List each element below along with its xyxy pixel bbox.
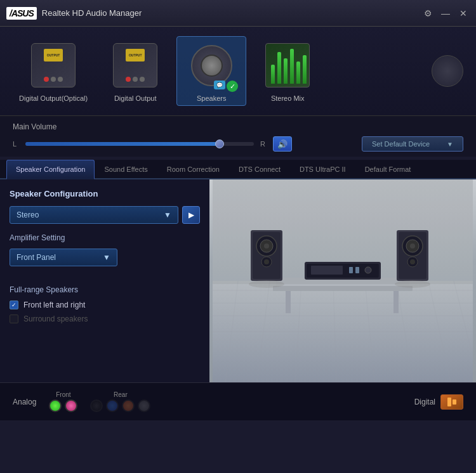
volume-row: L R 🔊 Set Default Device ▼ — [13, 136, 463, 152]
btn-dot-5 — [133, 77, 138, 82]
front-label: Front — [56, 391, 70, 398]
eq-bar-6 — [303, 55, 307, 84]
device-icon-digital-optical: OUTPUT — [28, 40, 79, 91]
rear-jacks-row — [90, 399, 150, 412]
checkbox-surround-row: Surround speakers — [10, 314, 200, 323]
mute-icon: 🔊 — [277, 139, 288, 149]
fullrange-title: Full-range Speakers — [10, 285, 200, 294]
tab-speaker-configuration[interactable]: Speaker Configuration — [6, 160, 95, 179]
jack-rear-blue[interactable] — [106, 399, 119, 412]
set-default-device-button[interactable]: Set Default Device ▼ — [362, 136, 463, 152]
default-device-dropdown-arrow: ▼ — [447, 141, 453, 148]
asus-logo: /ASUS — [6, 7, 37, 20]
tab-room-correction[interactable]: Room Correction — [157, 160, 229, 178]
checkbox-front-lr-label: Front left and right — [23, 301, 85, 309]
jack-rear-gray[interactable] — [138, 399, 150, 412]
tape-icon-optical: OUTPUT — [31, 43, 76, 87]
speaker-config-select-row: Stereo ▼ ▶ — [10, 206, 200, 224]
eq-bar-2 — [277, 52, 281, 84]
amp-select[interactable]: Front Panel ▼ — [10, 249, 117, 266]
device-stereo-mix[interactable]: Stereo Mix — [253, 37, 322, 105]
left-panel: Speaker Configuration Stereo ▼ ▶ Amplifi… — [0, 179, 209, 382]
speaker-icon — [191, 45, 232, 86]
device-speakers[interactable]: 💬 ✓ Speakers — [176, 36, 246, 106]
tape-screen-2: OUTPUT — [126, 49, 145, 62]
tab-dts-connect[interactable]: DTS Connect — [229, 160, 290, 178]
extra-device-slot — [432, 55, 463, 87]
eq-bar-1 — [271, 65, 275, 84]
jack-front-pink[interactable] — [65, 399, 77, 412]
app-title: Realtek HD Audio Manager — [42, 8, 142, 18]
eq-bar-5 — [296, 62, 300, 84]
btn-dot-3 — [58, 77, 63, 82]
checkbox-surround[interactable] — [10, 314, 18, 323]
digital-section: Digital — [414, 394, 463, 410]
jack-front-green[interactable] — [49, 399, 62, 412]
stereo-mix-icon — [265, 43, 310, 87]
rear-label: Rear — [114, 391, 128, 398]
tape-buttons-2 — [126, 77, 145, 82]
volume-slider-fill — [25, 142, 220, 146]
speaker-config-select[interactable]: Stereo ▼ — [10, 206, 178, 224]
vol-left-label: L — [13, 140, 19, 148]
speaker-config-section-title: Speaker Configuration — [10, 189, 200, 198]
svg-rect-17 — [286, 291, 291, 313]
device-label-optical: Digital Output(Optical) — [19, 94, 88, 102]
minimize-button[interactable]: — — [439, 7, 452, 20]
tab-default-format[interactable]: Default Format — [355, 160, 421, 178]
volume-section: Main Volume L R 🔊 Set Default Device ▼ — [0, 116, 476, 157]
front-connectors: Front — [49, 391, 77, 412]
jack-rear-black[interactable] — [90, 399, 103, 412]
tape-buttons — [44, 77, 63, 82]
device-label-digital: Digital Output — [114, 94, 157, 102]
dig-dot-1 — [447, 398, 451, 406]
jack-rear-orange[interactable] — [122, 399, 135, 412]
checkbox-surround-label: Surround speakers — [23, 314, 88, 323]
device-icon-speakers: 💬 ✓ — [186, 40, 237, 91]
dig-dot-2 — [453, 399, 456, 405]
tab-content: Speaker Configuration Stereo ▼ ▶ Amplifi… — [0, 179, 476, 382]
rear-connectors: Rear — [90, 391, 150, 412]
speaker-grill — [201, 55, 223, 77]
default-device-label: Set Default Device — [372, 140, 430, 148]
close-button[interactable]: ✕ — [457, 7, 470, 20]
analog-label: Analog — [13, 398, 36, 406]
svg-rect-41 — [213, 179, 473, 284]
volume-slider-thumb[interactable] — [215, 139, 224, 148]
svg-rect-16 — [273, 286, 413, 291]
checkbox-check-icon: ✓ — [11, 302, 17, 308]
title-logo-area: /ASUS Realtek HD Audio Manager — [6, 7, 421, 20]
btn-dot-6 — [140, 77, 145, 82]
tape-icon-digital: OUTPUT — [113, 43, 157, 87]
btn-dot-2 — [51, 77, 56, 82]
play-icon: ▶ — [188, 211, 194, 219]
tab-sound-effects[interactable]: Sound Effects — [95, 160, 157, 178]
device-digital-optical[interactable]: OUTPUT Digital Output(Optical) — [13, 37, 94, 105]
speaker-config-arrow: ▼ — [164, 211, 171, 219]
btn-dot-1 — [44, 77, 49, 82]
device-icon-digital-output: OUTPUT — [110, 40, 161, 91]
window-controls: ⚙ — ✕ — [421, 7, 470, 20]
check-badge: ✓ — [227, 81, 238, 92]
title-bar: /ASUS Realtek HD Audio Manager ⚙ — ✕ — [0, 0, 476, 27]
device-digital-output[interactable]: OUTPUT Digital Output — [100, 37, 170, 105]
settings-button[interactable]: ⚙ — [421, 7, 434, 20]
digital-label: Digital — [414, 398, 435, 406]
amp-select-value: Front Panel — [17, 253, 56, 262]
speaker-3d-svg — [209, 179, 476, 382]
volume-slider-track[interactable] — [25, 142, 254, 146]
btn-dot-4 — [126, 77, 131, 82]
device-icon-stereo-mix — [262, 40, 313, 91]
device-label-speakers: Speakers — [197, 94, 226, 102]
volume-label: Main Volume — [13, 122, 463, 131]
amp-select-arrow: ▼ — [103, 253, 110, 262]
play-test-button[interactable]: ▶ — [182, 206, 200, 224]
tape-screen: OUTPUT — [44, 49, 63, 62]
mute-button[interactable]: 🔊 — [273, 136, 292, 152]
eq-bar-4 — [290, 49, 294, 84]
device-label-stereo-mix: Stereo Mix — [271, 94, 305, 102]
amp-setting-title: Amplifier Setting — [10, 233, 200, 242]
fullrange-section: Full-range Speakers ✓ Front left and rig… — [10, 285, 200, 323]
tab-dts-ultrapc[interactable]: DTS UltraPC II — [290, 160, 355, 178]
checkbox-front-lr[interactable]: ✓ — [10, 301, 18, 309]
